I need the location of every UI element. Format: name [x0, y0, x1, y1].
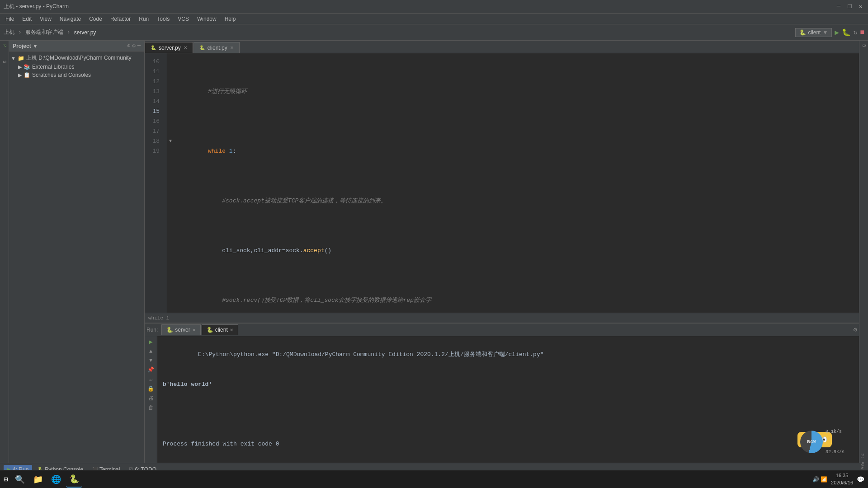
- tree-item-extlib-label: External Libraries: [32, 64, 74, 70]
- menu-run[interactable]: Run: [135, 15, 152, 23]
- right-sidebar-icons: B: [859, 41, 868, 463]
- menu-navigate[interactable]: Navigate: [56, 15, 85, 23]
- notification-icon[interactable]: 💬: [857, 476, 864, 483]
- tab-client-py[interactable]: 🐍 client.py ✕: [193, 42, 240, 53]
- code-line-14: #sock.recv()接受TCP数据，将cli_sock套接字接受的数据传递给…: [173, 286, 854, 313]
- scroll-up-button[interactable]: ▲: [149, 348, 152, 355]
- run-tab-server[interactable]: 🐍 server ✕: [161, 324, 200, 335]
- debug-button[interactable]: 🐛: [842, 28, 851, 37]
- tree-item-scratches-label: Scratches and Consoles: [32, 72, 91, 78]
- close-button[interactable]: ✕: [857, 3, 864, 10]
- maximize-button[interactable]: □: [846, 3, 853, 10]
- taskbar-explorer[interactable]: 📁: [30, 471, 46, 488]
- explorer-taskbar-icon: 📁: [33, 474, 43, 484]
- run-output-exit: Process finished with exit code 0: [163, 439, 854, 449]
- toolbar: 上机 › 服务端和客户端 › server.py 🐍 client ▼ ▶ 🐛 …: [0, 24, 868, 41]
- scroll-down-button[interactable]: ▼: [149, 357, 152, 364]
- tree-item-extlib[interactable]: ▶ 📚 External Libraries: [9, 63, 144, 71]
- linenum-13: 13: [145, 87, 163, 97]
- run-settings-button[interactable]: ⚙: [854, 326, 857, 333]
- menu-view[interactable]: View: [36, 15, 55, 23]
- menu-edit[interactable]: Edit: [19, 15, 35, 23]
- menu-code[interactable]: Code: [85, 15, 106, 23]
- linenum-18: 18: [145, 136, 163, 146]
- left-sidebar-icons: P S: [0, 41, 9, 463]
- linenum-11: 11: [145, 67, 163, 77]
- run-output-hello: b'hello world': [163, 380, 854, 389]
- run-tab-client-close[interactable]: ✕: [230, 328, 233, 333]
- run-config-icon: 🐍: [799, 29, 806, 36]
- bookmarks-icon[interactable]: B: [860, 42, 867, 49]
- taskbar-icons: 🔍 📁 🌐 🐍: [12, 471, 82, 488]
- run-button[interactable]: ▶: [835, 28, 839, 37]
- project-icon[interactable]: P: [1, 42, 8, 49]
- breadcrumb-root[interactable]: 上机: [4, 28, 14, 36]
- linenum-19: 19: [145, 146, 163, 156]
- print-button[interactable]: 🖨: [148, 395, 154, 402]
- editor-breadcrumb: while 1: [145, 313, 859, 323]
- linenum-17: 17: [145, 127, 163, 136]
- scratches-icon: 📋: [24, 72, 30, 78]
- tray-icons: 🔊 📶: [812, 476, 827, 483]
- rerun-run-button[interactable]: ▶: [149, 338, 152, 346]
- tab-server-py[interactable]: 🐍 server.py ✕: [145, 42, 193, 53]
- soft-wrap-button[interactable]: ↵: [149, 376, 152, 383]
- menu-refactor[interactable]: Refactor: [107, 15, 134, 23]
- menu-help[interactable]: Help: [221, 15, 240, 23]
- system-tray: 🔊 📶 16:35 2020/6/16 💬: [812, 472, 864, 486]
- menu-vcs[interactable]: VCS: [174, 15, 193, 23]
- structure-icon[interactable]: S: [1, 59, 8, 65]
- pin2-button[interactable]: 🔒: [147, 385, 154, 392]
- tab-server-py-label: server.py: [159, 45, 181, 51]
- run-label: Run:: [146, 327, 158, 333]
- code-line-13: cli_sock,cli_addr=sock.accept(): [173, 236, 854, 266]
- pin-button[interactable]: 📌: [147, 366, 154, 373]
- run-tab-server-icon: 🐍: [166, 327, 173, 333]
- taskbar-pycharm[interactable]: 🐍: [66, 471, 82, 488]
- server-py-icon: 🐍: [151, 45, 156, 50]
- menu-file[interactable]: File: [2, 15, 18, 23]
- run-tab-client[interactable]: 🐍 client ✕: [202, 324, 238, 335]
- code-line-10: #进行无限循环: [173, 77, 854, 107]
- breadcrumb-file[interactable]: server.py: [74, 29, 96, 36]
- run-config-selector[interactable]: 🐍 client ▼: [795, 28, 832, 37]
- system-clock[interactable]: 16:35 2020/6/16: [831, 472, 853, 486]
- tree-item-root-label: 上机 D:\QMDownload\PyCharm Community: [26, 54, 132, 62]
- taskbar-search[interactable]: 🔍: [12, 471, 28, 488]
- run-tab-client-icon: 🐍: [207, 327, 213, 333]
- menu-tools[interactable]: Tools: [153, 15, 173, 23]
- net-speeds: 0.1k/s 32.9k/s: [826, 415, 859, 463]
- minimize-button[interactable]: ─: [835, 3, 842, 10]
- start-button[interactable]: ⊞: [4, 475, 8, 484]
- tab-client-py-close[interactable]: ✕: [230, 45, 234, 50]
- rerun-button[interactable]: ↻: [854, 28, 857, 36]
- clear-button[interactable]: 🗑: [148, 404, 154, 411]
- add-icon[interactable]: ⊕: [127, 42, 130, 49]
- tab-client-py-label: client.py: [208, 45, 227, 51]
- fold-arrow-11[interactable]: ▼: [169, 136, 172, 146]
- titlebar: 上机 - server.py - PyCharm ─ □ ✕: [0, 0, 868, 14]
- tree-item-root[interactable]: ▼ 📁 上机 D:\QMDownload\PyCharm Community: [9, 53, 144, 63]
- settings-icon[interactable]: ⚙: [132, 42, 136, 49]
- run-config-arrow: ▼: [822, 29, 828, 36]
- main-layout: P S Project ▼ ⊕ ⚙ ─ ▼ 📁 上机 D:\QMDownload…: [0, 41, 868, 463]
- tree-item-scratches[interactable]: ▶ 📋 Scratches and Consoles: [9, 71, 144, 79]
- collapse-icon[interactable]: ─: [137, 42, 141, 49]
- breadcrumb-sep2: ›: [67, 29, 71, 36]
- clock-time: 16:35: [831, 472, 853, 479]
- breadcrumb-folder[interactable]: 服务端和客户端: [25, 28, 63, 36]
- run-area: Run: 🐍 server ✕ 🐍 client ✕ ⚙ ▶ ▲: [145, 323, 859, 463]
- tab-server-py-close[interactable]: ✕: [184, 45, 187, 50]
- code-content[interactable]: #进行无限循环 ▼ while 1: #sock.accept被动接受TCP客户…: [167, 53, 859, 313]
- run-sidebar: ▶ ▲ ▼ 📌 ↵ 🔒 🖨 🗑: [145, 336, 157, 463]
- linenum-15: 15: [145, 107, 163, 117]
- run-content: ▶ ▲ ▼ 📌 ↵ 🔒 🖨 🗑 E:\Python\python.exe "D:…: [145, 336, 859, 463]
- stop-button[interactable]: ■: [860, 28, 864, 37]
- code-editor[interactable]: 10 11 12 13 14 15 16 17 18 19 #进行无限循环 ▼ …: [145, 53, 859, 313]
- taskbar-browser[interactable]: 🌐: [48, 471, 64, 488]
- menu-window[interactable]: Window: [193, 15, 220, 23]
- clock-date: 2020/6/16: [831, 479, 853, 486]
- client-py-icon: 🐍: [199, 45, 205, 50]
- run-tab-server-close[interactable]: ✕: [192, 328, 196, 333]
- folder-icon: ▼: [11, 56, 16, 61]
